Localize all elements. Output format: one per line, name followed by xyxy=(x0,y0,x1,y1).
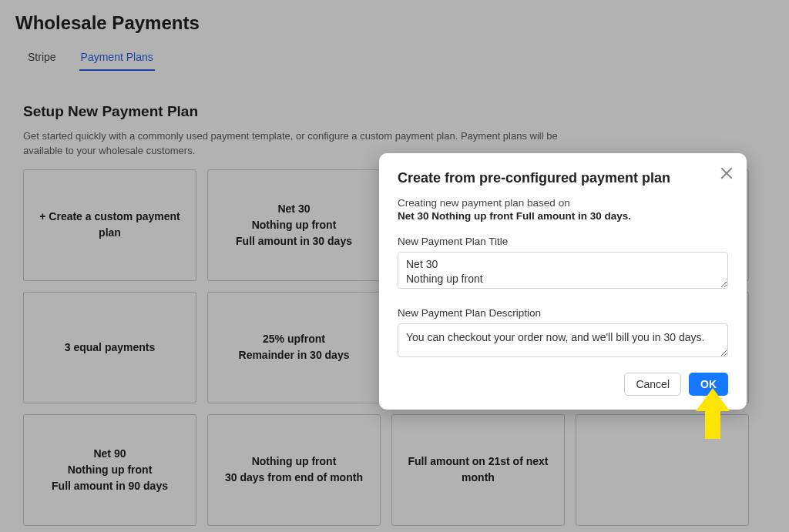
plan-title-input[interactable] xyxy=(398,252,728,289)
cancel-button[interactable]: Cancel xyxy=(624,373,681,396)
title-field-label: New Payment Plan Title xyxy=(398,236,728,247)
modal-title: Create from pre-configured payment plan xyxy=(398,170,728,186)
modal-subtitle-plan-name: Net 30 Nothing up front Full amount in 3… xyxy=(398,210,728,222)
create-plan-modal: Create from pre-configured payment plan … xyxy=(379,153,747,410)
modal-subtitle-intro: Creating new payment plan based on xyxy=(398,197,728,209)
modal-footer: Cancel OK xyxy=(398,373,728,396)
close-icon[interactable] xyxy=(719,166,734,181)
description-field-label: New Payment Plan Description xyxy=(398,307,728,319)
plan-description-input[interactable] xyxy=(398,323,728,357)
ok-button[interactable]: OK xyxy=(689,373,728,396)
